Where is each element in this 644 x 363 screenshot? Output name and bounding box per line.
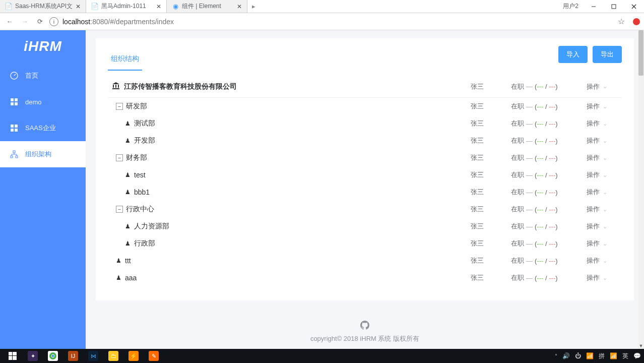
nav-reload-button[interactable]: ⟳ <box>34 16 45 27</box>
tree-row-left: ♟aaa <box>108 274 471 282</box>
col-status: 在职—(--- / ---) <box>511 273 587 282</box>
col-manager: 张三 <box>471 102 511 111</box>
start-button[interactable] <box>3 349 22 363</box>
scroll-down-arrow-icon[interactable]: ▼ <box>638 343 644 349</box>
volume-icon[interactable]: 🔊 <box>562 352 570 359</box>
window-minimize-button[interactable] <box>584 4 604 9</box>
tree-row[interactable]: −研发部张三在职—(--- / ---)操作⌄ <box>108 98 622 115</box>
tree-row[interactable]: −财务部张三在职—(--- / ---)操作⌄ <box>108 149 622 166</box>
row-action-dropdown[interactable]: 操作⌄ <box>587 82 622 91</box>
taskbar-right: ˄ 🔊 ⏻ 📶 拼 📶 英 💬 <box>555 352 641 360</box>
github-icon[interactable] <box>360 321 369 331</box>
row-action-dropdown[interactable]: 操作⌄ <box>587 153 622 162</box>
taskbar-app-vscode[interactable]: ⋈ <box>84 349 103 363</box>
tree-row[interactable]: ♟人力资源部张三在职—(--- / ---)操作⌄ <box>108 218 622 235</box>
import-button[interactable]: 导入 <box>558 46 588 63</box>
row-action-dropdown[interactable]: 操作⌄ <box>587 102 622 111</box>
tree-row[interactable]: ♟bbb1张三在职—(--- / ---)操作⌄ <box>108 184 622 201</box>
collapse-icon[interactable]: − <box>116 206 123 213</box>
chevron-down-icon: ⌄ <box>603 103 607 110</box>
action-center-icon[interactable]: 💬 <box>633 352 641 359</box>
taskbar: ✦ IJ ⋈ 🗀 ⚡ ✎ ˄ 🔊 ⏻ 📶 拼 📶 英 💬 <box>0 349 644 363</box>
svg-rect-29 <box>13 356 17 360</box>
row-action-dropdown[interactable]: 操作⌄ <box>587 188 622 197</box>
card-header: 组织结构 导入 导出 <box>108 38 622 71</box>
org-icon <box>10 150 18 158</box>
row-action-dropdown[interactable]: 操作⌄ <box>587 273 622 282</box>
taskbar-app[interactable]: ✎ <box>144 349 163 363</box>
wifi-icon[interactable]: 📶 <box>610 352 617 359</box>
person-icon: ♟ <box>125 240 130 247</box>
sidebar-item-home[interactable]: 首页 <box>0 63 86 89</box>
tray-expand-icon[interactable]: ˄ <box>555 353 557 359</box>
taskbar-app[interactable]: ⚡ <box>124 349 143 363</box>
network-icon[interactable]: ⏻ <box>575 352 581 359</box>
tree-row[interactable]: ♟test张三在职—(--- / ---)操作⌄ <box>108 166 622 184</box>
col-manager: 张三 <box>471 119 511 128</box>
taskbar-app-explorer[interactable]: 🗀 <box>104 349 123 363</box>
scrollbar-thumb[interactable] <box>638 30 643 76</box>
tree-row-left: −财务部 <box>108 153 471 162</box>
extension-icon[interactable] <box>633 18 640 25</box>
vertical-scrollbar[interactable]: ▲ ▼ <box>638 30 644 349</box>
node-label: 开发部 <box>134 136 155 145</box>
svg-rect-8 <box>11 102 14 105</box>
close-icon[interactable]: ✕ <box>237 3 242 10</box>
wifi-icon[interactable]: 📶 <box>586 352 594 359</box>
bookmark-star-icon[interactable]: ☆ <box>618 17 625 26</box>
card-tabs: 组织结构 <box>108 38 142 71</box>
row-action-dropdown[interactable]: 操作⌄ <box>587 119 622 128</box>
row-action-dropdown[interactable]: 操作⌄ <box>587 136 622 145</box>
taskbar-app-ide[interactable]: IJ <box>63 349 83 363</box>
tree-row[interactable]: −行政中心张三在职—(--- / ---)操作⌄ <box>108 201 622 218</box>
node-label: 研发部 <box>126 102 147 111</box>
row-action-dropdown[interactable]: 操作⌄ <box>587 205 622 214</box>
sidebar-item-saas[interactable]: SAAS企业 <box>0 115 86 141</box>
taskbar-app-chrome[interactable] <box>43 349 62 363</box>
row-action-dropdown[interactable]: 操作⌄ <box>587 222 622 231</box>
svg-rect-12 <box>11 129 14 132</box>
nav-forward-button[interactable]: → <box>19 16 30 27</box>
tree-row[interactable]: ♟ttt张三在职—(--- / ---)操作⌄ <box>108 252 622 269</box>
browser-tab-1[interactable]: 📄 黑马Admin-1011 ✕ <box>86 0 167 13</box>
site-info-icon[interactable]: i <box>49 17 58 26</box>
person-icon: ♟ <box>116 257 121 264</box>
taskbar-app[interactable]: ✦ <box>23 349 42 363</box>
tab-label: 组件 | Element <box>182 2 234 11</box>
sidebar-item-demo[interactable]: demo <box>0 89 86 115</box>
tree-row-left: −研发部 <box>108 102 471 111</box>
close-icon[interactable]: ✕ <box>156 3 161 10</box>
tree-row-left: ♟人力资源部 <box>108 222 471 231</box>
tree-row[interactable]: ♟aaa张三在职—(--- / ---)操作⌄ <box>108 269 622 286</box>
chevron-down-icon: ⌄ <box>603 155 607 161</box>
svg-rect-28 <box>9 356 12 360</box>
tree-row[interactable]: ♟行政部张三在职—(--- / ---)操作⌄ <box>108 235 622 252</box>
window-maximize-button[interactable] <box>604 4 624 9</box>
row-action-dropdown[interactable]: 操作⌄ <box>587 239 622 248</box>
browser-tab-2[interactable]: ◉ 组件 | Element ✕ <box>167 0 247 13</box>
nav-back-button[interactable]: ← <box>4 16 15 27</box>
os-user-label[interactable]: 用户2 <box>558 2 584 11</box>
browser-tab-0[interactable]: 📄 Saas-HRM系统API文 ✕ <box>0 0 86 13</box>
close-icon[interactable]: ✕ <box>76 3 81 10</box>
collapse-icon[interactable]: − <box>116 154 123 161</box>
collapse-icon[interactable]: − <box>116 103 123 110</box>
tree-row[interactable]: ♟测试部张三在职—(--- / ---)操作⌄ <box>108 115 622 132</box>
svg-line-5 <box>14 74 16 76</box>
tree-row[interactable]: ♟开发部张三在职—(--- / ---)操作⌄ <box>108 132 622 149</box>
sidebar-item-org[interactable]: 组织架构 <box>0 141 86 167</box>
row-action-dropdown[interactable]: 操作⌄ <box>587 170 622 179</box>
favicon-doc-icon: 📄 <box>5 3 12 10</box>
chevron-down-icon: ⌄ <box>603 240 607 247</box>
row-action-dropdown[interactable]: 操作⌄ <box>587 256 622 265</box>
page-footer: copyright© 2018 iHRM 系统 版权所有 <box>86 309 644 347</box>
export-button[interactable]: 导出 <box>593 46 622 63</box>
new-tab-button[interactable]: ▸ <box>247 0 260 13</box>
ime-indicator[interactable]: 拼 <box>599 352 605 360</box>
grid-icon <box>10 98 18 106</box>
language-indicator[interactable]: 英 <box>622 352 628 360</box>
window-close-button[interactable] <box>624 4 644 9</box>
tab-org-structure[interactable]: 组织结构 <box>108 54 142 71</box>
tree-row[interactable]: 江苏传智播客教育科技股份有限公司张三在职—(--- / ---)操作⌄ <box>108 76 622 98</box>
url-input[interactable]: localhost:8080/#/departments/index <box>62 18 614 26</box>
